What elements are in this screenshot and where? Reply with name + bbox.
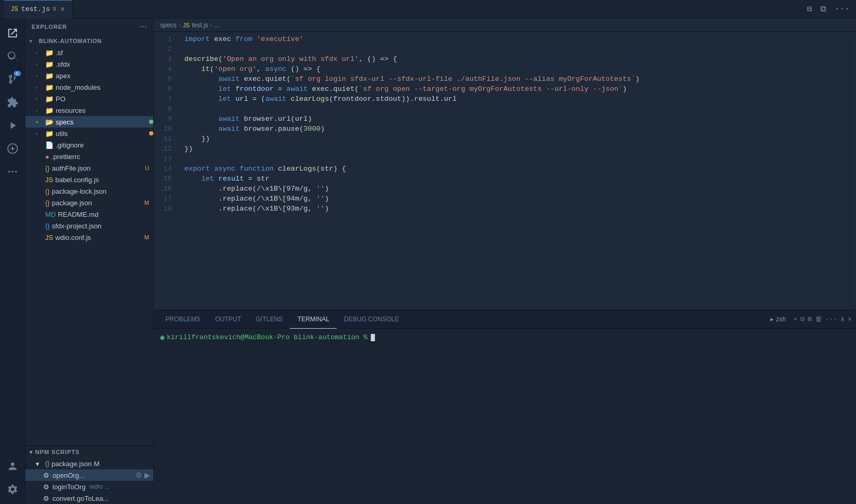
- terminal-cursor: [371, 334, 375, 341]
- chevron-right-icon: ›: [36, 96, 43, 102]
- delete-terminal-icon[interactable]: 🗑: [815, 316, 822, 323]
- tab-output[interactable]: OUTPUT: [208, 310, 248, 329]
- item-label-specs: specs: [56, 118, 147, 126]
- panel-tabs: PROBLEMS OUTPUT GITLENS TERMINAL DEBUG C…: [154, 310, 856, 329]
- script-icon: ⚙: [43, 471, 50, 479]
- more-actions-icon[interactable]: ···: [832, 3, 852, 15]
- editor-scrollbar[interactable]: [850, 32, 856, 310]
- breadcrumb-dots[interactable]: ...: [215, 22, 220, 29]
- item-label-authfile: authFile.json: [52, 164, 143, 172]
- tab-problems-label: PROBLEMS: [165, 316, 201, 323]
- terminal-dot-icon: ◉: [160, 333, 164, 342]
- split-panel-icon[interactable]: ⊞: [808, 315, 812, 323]
- npm-script-convert[interactable]: ⚙ convert.goToLea...: [25, 492, 153, 504]
- code-line-15: let result = str: [184, 174, 850, 184]
- activity-source-control[interactable]: 5: [2, 69, 23, 90]
- sidebar-item-package-json[interactable]: {} package.json M: [25, 197, 153, 208]
- npm-scripts-header[interactable]: ▾ NPM SCRIPTS: [25, 446, 153, 458]
- code-line-11: }): [184, 134, 850, 144]
- new-terminal-icon[interactable]: +: [793, 316, 797, 323]
- svg-point-3: [15, 171, 17, 173]
- item-label-apex: apex: [56, 72, 153, 80]
- source-control-badge: 5: [14, 71, 21, 76]
- tab-problems[interactable]: PROBLEMS: [158, 310, 208, 329]
- maximize-panel-icon[interactable]: ∧: [840, 315, 844, 323]
- item-label-resources: resources: [56, 107, 153, 114]
- activity-run[interactable]: [2, 115, 23, 136]
- breadcrumb-sep1: ›: [179, 22, 181, 29]
- code-line-17: .replace(/\x1B\[94m/g, ''): [184, 194, 850, 204]
- folder-icon: 📁: [45, 107, 54, 114]
- tab-terminal-label: TERMINAL: [297, 316, 329, 323]
- tab-close-button[interactable]: ×: [59, 5, 66, 14]
- sidebar-item-sf[interactable]: › 📁 .sf: [25, 47, 153, 58]
- npm-script-logintoorg-suffix: wdio ...: [88, 483, 110, 490]
- split-terminal-icon[interactable]: ⊟: [800, 315, 805, 323]
- split-editor-icon[interactable]: ⧉: [818, 3, 828, 15]
- sidebar-item-wdio[interactable]: JS wdio.conf.js M: [25, 232, 153, 243]
- code-line-16: .replace(/\x1B\[97m/g, ''): [184, 184, 850, 194]
- sidebar-more-icon[interactable]: ···: [140, 23, 147, 31]
- js-icon: JS: [45, 234, 53, 242]
- code-line-9: await browser.url(url): [184, 114, 850, 124]
- breadcrumb: specs › JS test.js › ...: [154, 18, 856, 32]
- activity-more[interactable]: [2, 161, 23, 182]
- settings-icon[interactable]: ⚙: [135, 471, 142, 479]
- sidebar-title: EXPLORER: [32, 24, 67, 30]
- sidebar-header-actions: ···: [140, 23, 147, 31]
- activity-git[interactable]: [2, 138, 23, 159]
- activity-settings[interactable]: [2, 479, 23, 500]
- npm-scripts-section: ▾ NPM SCRIPTS ▾ {} package.json M ⚙ open…: [25, 446, 153, 504]
- code-line-5: await exec.quiet(`sf org login sfdx-url …: [184, 74, 850, 84]
- json-icon: {}: [45, 164, 50, 172]
- bottom-panel: PROBLEMS OUTPUT GITLENS TERMINAL DEBUG C…: [154, 310, 856, 504]
- sidebar-item-gitignore[interactable]: 📄 .gitignore: [25, 139, 153, 151]
- sidebar-item-sfdx-project[interactable]: {} sfdx-project.json: [25, 220, 153, 232]
- npm-script-logintoorg[interactable]: ⚙ loginToOrg wdio ...: [25, 481, 153, 492]
- panel-tabs-right: ▸ zsh + ⊟ ⊞ 🗑 ··· ∧ ×: [766, 315, 852, 323]
- code-line-2: [184, 44, 850, 54]
- chevron-right-icon: ›: [36, 131, 43, 136]
- authfile-modified-badge: U: [145, 165, 153, 171]
- npm-package-json-item[interactable]: ▾ {} package.json M: [25, 458, 153, 469]
- activity-bar-bottom: [2, 456, 23, 500]
- sidebar-item-resources[interactable]: › 📁 resources: [25, 104, 153, 116]
- more-terminal-icon[interactable]: ···: [825, 316, 837, 323]
- script-actions: ⚙ ▶: [135, 471, 153, 479]
- activity-account[interactable]: [2, 456, 23, 477]
- terminal-content[interactable]: ◉ kirillfrantskevich@MacBook-Pro blink-a…: [154, 329, 856, 504]
- sidebar-item-specs[interactable]: ▾ 📂 specs: [25, 116, 153, 128]
- tree-root[interactable]: ▾ BLINK-AUTOMATION: [25, 35, 153, 47]
- activity-explorer[interactable]: [2, 23, 23, 44]
- sidebar-item-babel[interactable]: JS babel.config.js: [25, 174, 153, 185]
- tab-modified-indicator: U: [53, 6, 56, 12]
- file-tree: ▾ BLINK-AUTOMATION › 📁 .sf › 📁 .sfdx › 📁…: [25, 35, 153, 446]
- sidebar-item-authfile[interactable]: {} authFile.json U: [25, 162, 153, 174]
- breadcrumb-folder[interactable]: specs: [160, 22, 176, 29]
- tab-debug-console[interactable]: DEBUG CONSOLE: [337, 310, 406, 329]
- activity-extensions[interactable]: [2, 92, 23, 113]
- sidebar-item-sfdx[interactable]: › 📁 .sfdx: [25, 58, 153, 70]
- editor-tab[interactable]: JS test.js U ×: [4, 0, 72, 18]
- close-panel-icon[interactable]: ×: [848, 316, 852, 323]
- file-icon: 📄: [45, 141, 54, 149]
- sidebar-item-apex[interactable]: › 📁 apex: [25, 70, 153, 81]
- sidebar-item-package-lock[interactable]: {} package-lock.json: [25, 185, 153, 197]
- folder-icon: 📁: [45, 95, 54, 103]
- tab-debug-console-label: DEBUG CONSOLE: [344, 316, 399, 323]
- json-icon: {}: [45, 187, 50, 195]
- sidebar-item-node-modules[interactable]: › 📁 node_modules: [25, 81, 153, 93]
- sidebar-item-readme[interactable]: MD README.md: [25, 208, 153, 220]
- layout-icon[interactable]: ⊟: [805, 3, 815, 15]
- sidebar-item-prettierrc[interactable]: ● .prettierrc: [25, 151, 153, 162]
- npm-script-openorg[interactable]: ⚙ openOrg... ⚙ ▶: [25, 469, 153, 481]
- activity-search[interactable]: [2, 46, 23, 67]
- sidebar-item-po[interactable]: › 📁 PO: [25, 93, 153, 104]
- tab-gitlens[interactable]: GITLENS: [248, 310, 290, 329]
- tab-terminal[interactable]: TERMINAL: [290, 310, 337, 329]
- sidebar-item-utils[interactable]: › 📁 utils: [25, 128, 153, 139]
- run-icon[interactable]: ▶: [144, 471, 150, 479]
- breadcrumb-file[interactable]: test.js: [192, 22, 208, 29]
- folder-icon: 📁: [45, 72, 54, 80]
- code-editor[interactable]: import exec from 'executive' describe('O…: [180, 32, 850, 310]
